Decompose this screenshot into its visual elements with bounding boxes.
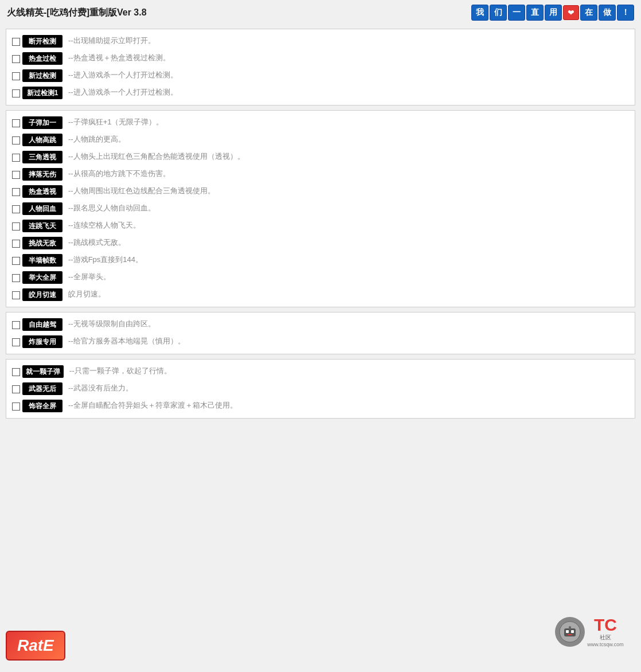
list-item: 就一颗子弹 --只需一颗子弹，砍起了行情。 [11,363,630,380]
checkbox-rehe[interactable] [12,188,20,196]
badge-exclaim: ！ [617,5,634,21]
list-item: 自由越驾 --无视等级限制自由跨区。 [11,316,630,333]
desc-wuqi: --武器没有后坐力。 [68,382,629,394]
checkbox-area[interactable]: 就一颗子弹 [12,365,64,378]
label-reguo[interactable]: 热盒过检 [22,52,62,65]
desc-xinguo: --进入游戏杀一个人打开过检测。 [68,69,629,81]
label-shuailuo[interactable]: 摔落无伤 [22,168,62,181]
checkbox-area[interactable]: 半墙帧数 [12,254,62,267]
checkbox-sanjiao[interactable] [12,154,20,162]
checkbox-area[interactable]: 子弹加一 [12,116,62,129]
checkbox-area[interactable]: 人物回血 [12,202,62,215]
checkbox-zhafu[interactable] [12,338,20,346]
checkbox-area[interactable]: 热盒透视 [12,185,62,198]
desc-shuailuo: --从很高的地方跳下不造伤害。 [68,168,629,180]
website-url: www.tcsqw.com [587,642,624,647]
checkbox-shuailuo[interactable] [12,171,20,179]
list-item: 热盒透视 --人物周围出现红色边线配合三角透视使用。 [11,183,630,200]
checkbox-jiaoyue[interactable] [12,291,20,299]
svg-rect-3 [571,630,574,633]
robot-icon [558,620,581,643]
checkbox-area[interactable]: 连跳飞天 [12,220,62,232]
app-title: 火线精英-[吃鸡付费]重制版Ver 3.8 [7,7,147,19]
checkbox-area[interactable]: 人物高跳 [12,134,62,146]
svg-rect-2 [566,630,569,633]
checkbox-yike[interactable] [12,368,20,376]
badge-zhi: 直 [526,5,544,21]
label-tiaozhan[interactable]: 挑战无敌 [22,237,62,249]
desc-jiaoyue: 皎月切速。 [68,288,629,300]
desc-renwu: --人物跳的更高。 [68,134,629,146]
list-item: 连跳飞天 --连续空格人物飞天。 [11,217,630,235]
list-item: 新过检测1 --进入游戏杀一个人打开过检测。 [11,84,630,101]
checkbox-area[interactable]: 举大全屏 [12,271,62,284]
desc-xinguo1: --进入游戏杀一个人打开过检测。 [68,87,629,99]
label-xinguo[interactable]: 新过检测 [22,69,62,82]
badge-yi: 一 [508,5,525,21]
desc-zhafu: --给官方服务器本地端晃（慎用）。 [68,335,629,347]
checkbox-area[interactable]: 炸服专用 [12,335,62,348]
checkbox-area[interactable]: 断开检测 [12,35,62,48]
checkbox-area[interactable]: 新过检测1 [12,87,62,99]
label-duankai[interactable]: 断开检测 [22,35,62,48]
desc-fps: --游戏Fps直接到144。 [68,254,629,266]
checkbox-renwu[interactable] [12,136,20,144]
checkbox-area[interactable]: 摔落无伤 [12,168,62,181]
list-item: 半墙帧数 --游戏Fps直接到144。 [11,252,630,269]
badge-we: 我 [471,5,488,21]
checkbox-area[interactable]: 三角透视 [12,151,62,163]
desc-aimbot: --全屏举头。 [68,271,629,283]
list-item: 热盒过检 --热盒透视＋热盒透视过检测。 [11,50,630,67]
section-anti-detect: 断开检测 --出现辅助提示立即打开。 热盒过检 --热盒透视＋热盒透视过检测。 … [6,29,635,106]
checkbox-area[interactable]: 新过检测 [12,69,62,82]
badge-zuo: 做 [599,5,616,21]
section-weapon: 就一颗子弹 --只需一颗子弹，砍起了行情。 武器无后 --武器没有后坐力。 饰容… [6,359,635,419]
desc-huixue: --跟名思义人物自动回血。 [68,202,629,214]
checkbox-area[interactable]: 挑战无敌 [12,237,62,249]
desc-reguo: --热盒透视＋热盒透视过检测。 [68,52,629,64]
checkbox-danjiay[interactable] [12,119,20,127]
list-item: 三角透视 --人物头上出现红色三角配合热能透视使用（透视）。 [11,149,630,166]
checkbox-fps[interactable] [12,257,20,265]
label-huixue[interactable]: 人物回血 [22,202,62,215]
label-rehe[interactable]: 热盒透视 [22,185,62,198]
desc-shirong: --全屏自瞄配合符异妲头＋符章家渡＋箱木己使用。 [68,400,629,412]
checkbox-area[interactable]: 皎月切速 [12,288,62,301]
list-item: 摔落无伤 --从很高的地方跳下不造伤害。 [11,166,630,183]
label-yike[interactable]: 就一颗子弹 [22,365,64,378]
label-zhafu[interactable]: 炸服专用 [22,335,62,348]
label-feitian[interactable]: 连跳飞天 [22,220,62,232]
label-fps[interactable]: 半墙帧数 [22,254,62,267]
checkbox-feitian[interactable] [12,222,20,230]
badge-men: 们 [490,5,507,21]
label-xinguo1[interactable]: 新过检测1 [22,87,62,99]
label-renwu[interactable]: 人物高跳 [22,134,62,146]
label-aimbot[interactable]: 举大全屏 [22,271,62,284]
list-item: 挑战无敌 --跳战模式无敌。 [11,235,630,252]
checkbox-area[interactable]: 热盒过检 [12,52,62,65]
section-zone: 自由越驾 --无视等级限制自由跨区。 炸服专用 --给官方服务器本地端晃（慎用）… [6,312,635,354]
list-item: 子弹加一 --子弹疯狂+1（无限子弹）。 [11,114,630,131]
checkbox-wuqi[interactable] [12,385,20,393]
label-danjiay[interactable]: 子弹加一 [22,116,62,129]
label-shirong[interactable]: 饰容全屏 [22,400,62,412]
checkbox-area[interactable]: 自由越驾 [12,318,62,331]
label-jiaoyue[interactable]: 皎月切速 [22,288,62,301]
checkbox-reguo[interactable] [12,55,20,63]
checkbox-xinguo[interactable] [12,72,20,80]
checkbox-ziyou[interactable] [12,321,20,329]
checkbox-duankai[interactable] [12,38,20,46]
bottom-logo: TC 社区 www.tcsqw.com [544,609,635,655]
checkbox-area[interactable]: 饰容全屏 [12,400,62,412]
checkbox-aimbot[interactable] [12,274,20,282]
checkbox-area[interactable]: 武器无后 [12,382,62,395]
checkbox-tiaozhan[interactable] [12,240,20,248]
checkbox-huixue[interactable] [12,205,20,213]
label-wuqi[interactable]: 武器无后 [22,382,62,395]
checkbox-xinguo1[interactable] [12,89,20,97]
header-badge: 我 们 一 直 用 ❤ 在 做 ！ [471,5,634,21]
checkbox-shirong[interactable] [12,403,20,411]
label-sanjiao[interactable]: 三角透视 [22,151,62,163]
app-header: 火线精英-[吃鸡付费]重制版Ver 3.8 我 们 一 直 用 ❤ 在 做 ！ [0,0,641,25]
label-ziyou[interactable]: 自由越驾 [22,318,62,331]
